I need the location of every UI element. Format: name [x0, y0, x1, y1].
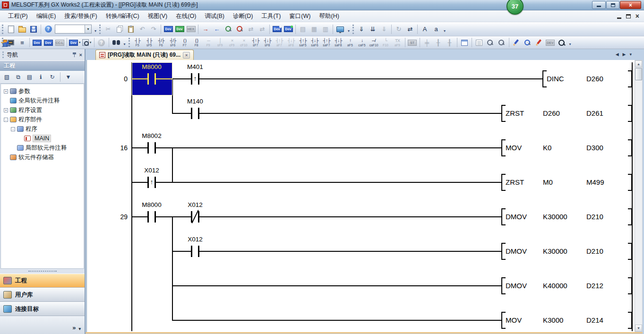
menu-item-c[interactable]: 转换/编译(C): [102, 11, 144, 22]
device-memory-button[interactable]: Dev: [43, 37, 54, 48]
instruction-op[interactable]: DINC: [547, 75, 564, 83]
tree-item-main[interactable]: MAIN: [1, 134, 84, 143]
panel-button-proj[interactable]: 工程: [0, 274, 85, 288]
instruction-op[interactable]: ZRST: [506, 178, 524, 187]
note-edit-button[interactable]: [533, 37, 545, 48]
menu-item-w[interactable]: 窗口(W): [285, 11, 315, 22]
ladder-symbol-saF7-button[interactable]: ┤↑├saF7: [321, 37, 333, 49]
pin-icon[interactable]: [72, 52, 77, 58]
ladder-symbol-saF5-button[interactable]: ┤↑├saF5: [297, 37, 309, 49]
more-dropdown-icon[interactable]: ▾: [78, 326, 81, 331]
tree-expand-icon[interactable]: -: [4, 118, 8, 122]
undo-button[interactable]: ↶: [137, 24, 148, 35]
menu-item-d[interactable]: 诊断(D): [229, 11, 257, 22]
menu-item-v[interactable]: 视图(V): [144, 11, 172, 22]
ladder-symbol-sF5-button[interactable]: ┤├sF5: [144, 37, 155, 49]
mdi-restore-button[interactable]: [626, 14, 631, 18]
delete-line-button[interactable]: ╂: [444, 37, 455, 48]
tab-close-icon[interactable]: ×: [183, 52, 190, 59]
declaration-button[interactable]: ▥: [320, 24, 331, 35]
open-project-button[interactable]: [17, 24, 28, 35]
convert-check-button[interactable]: ⇓: [378, 24, 390, 35]
contact-m8002[interactable]: [147, 142, 156, 154]
comment-list-button[interactable]: [459, 37, 470, 48]
contact-m401[interactable]: ↑: [191, 73, 199, 85]
instruction-op[interactable]: DMOV: [506, 213, 527, 221]
special-help-button[interactable]: [96, 37, 107, 48]
panel-close-icon[interactable]: ×: [79, 52, 82, 58]
tree-item-程序部件[interactable]: -程序部件: [1, 115, 84, 124]
panel-button-conn[interactable]: 连接目标: [0, 302, 85, 316]
statement-insert-button[interactable]: ▤: [297, 24, 309, 35]
redo-button[interactable]: ↷: [148, 24, 159, 35]
save-project-button[interactable]: [28, 24, 39, 35]
ladder-symbol-aF8-button[interactable]: ┤↓├aF8: [285, 37, 297, 49]
rebuild-all-button[interactable]: ↻: [393, 24, 404, 35]
device-find-button[interactable]: Dev: [163, 24, 174, 35]
tab-scroll-right-icon[interactable]: ▶: [623, 52, 626, 57]
device-monitor-button[interactable]: Dev: [174, 24, 185, 35]
ladder-symbol-sF8-button[interactable]: ┤↓├sF8: [262, 37, 274, 49]
device-comment-button[interactable]: Dev: [31, 37, 43, 48]
tree-item-程序[interactable]: -程序: [1, 124, 84, 134]
ladder-symbol-saF6-button[interactable]: ┤↓├saF6: [309, 37, 321, 49]
instruction-op[interactable]: DMOV: [506, 247, 527, 256]
read-from-plc-button[interactable]: ←: [211, 24, 223, 35]
zoom-button[interactable]: [556, 37, 567, 48]
device-test-on-button[interactable]: Dev: [271, 24, 283, 35]
menu-item-b[interactable]: 调试(B): [200, 11, 229, 22]
tree-expand-icon[interactable]: -: [11, 127, 15, 131]
tree-item-程序设置[interactable]: +程序设置: [1, 105, 84, 115]
convert-button[interactable]: ⇓: [356, 24, 367, 35]
instruction-op[interactable]: MOV: [506, 144, 522, 152]
menu-item-h[interactable]: 帮助(H): [315, 11, 343, 22]
ladder-symbol-sF6-button[interactable]: ┤/├sF6: [167, 37, 179, 49]
tree-expand-icon[interactable]: +: [4, 89, 8, 94]
instruction-op[interactable]: ZRST: [506, 109, 524, 118]
ladder-symbol-caF5-button[interactable]: ↓caF5: [356, 37, 368, 49]
tree-expand-icon[interactable]: +: [4, 108, 8, 112]
mdi-close-button[interactable]: ×: [635, 13, 639, 19]
ladder-symbol-sF7-button[interactable]: ┤↑├sF7: [250, 37, 262, 49]
ladder-symbol-sF9-button[interactable]: │sF9: [215, 37, 226, 49]
ladder-symbol-cF9-button[interactable]: ×cF9: [226, 37, 238, 49]
instruction-op[interactable]: MOV: [506, 316, 522, 325]
vertical-scrollbar[interactable]: ▲ ▼: [635, 60, 643, 332]
contact-m8000[interactable]: [147, 73, 156, 85]
inline-st-button[interactable]: ╪: [421, 37, 433, 48]
ladder-symbol-F5-button[interactable]: ┤├F5: [132, 37, 144, 49]
menu-item-t[interactable]: 工具(T): [257, 11, 285, 22]
scroll-down-button[interactable]: ▼: [635, 325, 642, 332]
device-test-off-button[interactable]: Dev: [283, 24, 294, 35]
paste-button[interactable]: [125, 24, 137, 35]
ladder-symbol-cF10-button[interactable]: ×cF10: [238, 37, 250, 49]
combo-dropdown-icon[interactable]: ▾: [85, 25, 91, 33]
new-project-button[interactable]: [5, 24, 17, 35]
close-button[interactable]: ×: [620, 1, 641, 9]
menu-item-e[interactable]: 编辑(E): [32, 11, 60, 22]
monitor-write-button[interactable]: ⇄: [245, 24, 257, 35]
convert-all-button[interactable]: ⇊: [367, 24, 378, 35]
tab-main-program[interactable]: [PRG]读取 MAIN (只读) 69... ×: [95, 50, 194, 60]
ladder-symbol-F8-button[interactable]: { }F8: [191, 37, 203, 49]
ladder-editor[interactable]: 0M8000↑M401DINCD260M140ZRSTD260D26116M80…: [86, 60, 635, 332]
scrollbar-thumb[interactable]: [635, 68, 642, 80]
cc-link-button[interactable]: CC-L: [54, 37, 65, 48]
ladder-symbol-F6-button[interactable]: ┤/├F6: [155, 37, 167, 49]
intelligent-module-button[interactable]: ▾: [81, 37, 93, 48]
ladder-toolbar-overflow[interactable]: ▾: [567, 37, 573, 48]
wrap-display-button[interactable]: ⇥: [1, 42, 12, 43]
ladder-symbol-aF9-button[interactable]: TXaF9: [392, 37, 404, 49]
ladder-symbol-F10-button[interactable]: └F10: [380, 37, 392, 49]
ladder-symbol-F7-button[interactable]: ( )F7: [179, 37, 191, 49]
new-data-button[interactable]: ▧: [2, 72, 12, 82]
st-editor-button[interactable]: ST: [407, 37, 418, 48]
panel-button-lib[interactable]: 用户库: [0, 288, 85, 302]
refresh-button[interactable]: ↻: [47, 72, 57, 82]
tree-item-局部软元件注释[interactable]: 局部软元件注释: [1, 143, 84, 153]
edit-toolbar-overflow[interactable]: ▾: [346, 24, 352, 34]
mdi-minimize-button[interactable]: [617, 17, 621, 19]
note-insert-button[interactable]: ▦: [309, 24, 320, 35]
menu-item-f[interactable]: 搜索/替换(F): [60, 11, 101, 22]
write-to-plc-button[interactable]: →: [200, 24, 211, 35]
